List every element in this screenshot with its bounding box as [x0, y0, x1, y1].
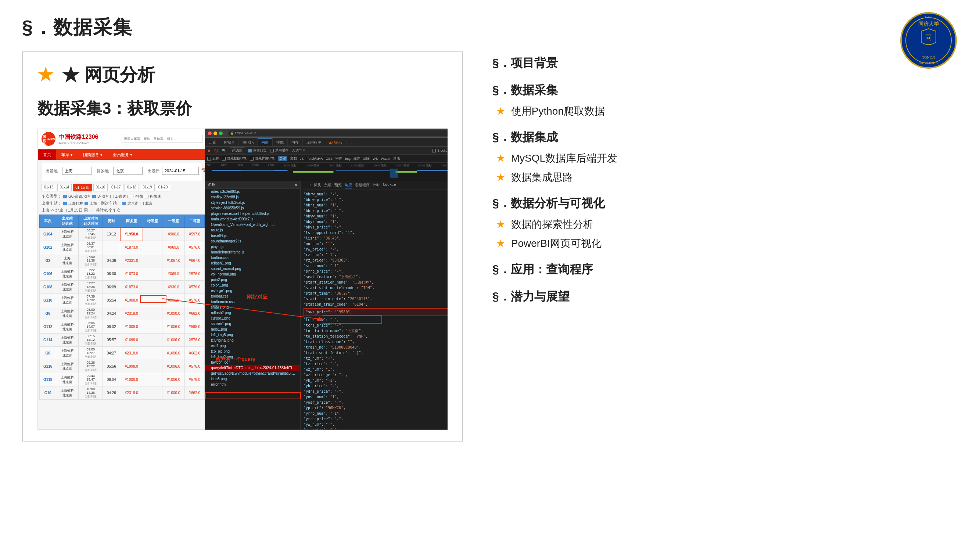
tab-elements[interactable]: 元素 — [205, 139, 220, 146]
railway-search-input[interactable] — [122, 135, 202, 143]
file-item[interactable]: tcp_pic.png — [205, 349, 300, 354]
fourth-file-item[interactable]: error.html — [205, 382, 300, 387]
type-t[interactable]: T-特快 — [127, 194, 143, 199]
file-item[interactable]: small1.png — [205, 305, 300, 310]
filter-css[interactable]: CSS — [326, 157, 333, 160]
file-item[interactable]: left_img5.png — [205, 332, 300, 338]
type-k[interactable]: K-快速 — [145, 194, 161, 199]
file-item[interactable]: help1.png — [205, 327, 300, 332]
file-item[interactable]: sound_ncrmal.png — [205, 266, 300, 272]
highlighted-file-item[interactable]: query/leftTicketDTO:train_data=2024-01-1… — [205, 365, 300, 371]
date-tab-0115[interactable]: 01-15 周 — [73, 184, 92, 191]
table-row[interactable]: G106 — [40, 267, 56, 281]
date-tab-0117[interactable]: 01-17 — [109, 184, 124, 191]
table-row[interactable]: G108 — [40, 281, 56, 294]
filter-hide-ext-url[interactable]: 隐藏扩展URL — [250, 156, 275, 161]
nav-tickets[interactable]: 车票 ▾ — [56, 149, 78, 160]
filter-hide-data-url[interactable]: 隐藏数据URL — [222, 156, 247, 161]
third-file-item[interactable]: icon8.png — [205, 376, 300, 382]
json-tab-preview[interactable]: 预览 — [334, 183, 342, 189]
file-item[interactable]: cursor1.png — [205, 316, 300, 321]
file-item[interactable]: tcOriginal.png — [205, 338, 300, 343]
json-tab-response[interactable]: 响应 — [345, 183, 352, 189]
filter-js[interactable]: JS — [300, 157, 304, 160]
to-bj[interactable]: 北京 — [140, 200, 153, 206]
table-row[interactable]: G118 — [40, 373, 56, 386]
date-tab-0113[interactable]: 01-13 — [41, 184, 56, 191]
filter-fetch[interactable]: Fetch/XHR — [307, 157, 323, 160]
file-item[interactable]: screen1.png — [205, 321, 300, 327]
table-row[interactable]: G112 — [40, 320, 56, 333]
type-gc[interactable]: GC-高铁/动车 — [63, 194, 91, 199]
filter-media[interactable]: 媒体 — [353, 156, 360, 161]
from-shh[interactable]: 上海虹桥 — [63, 200, 83, 206]
filter-other[interactable]: 其他 — [393, 156, 400, 161]
file-item[interactable]: service-88055b59.js — [205, 205, 300, 211]
json-tab-initiator[interactable]: 发起程序 — [355, 183, 370, 189]
url-bar[interactable]: 🔒 12306.cn/index/ — [228, 130, 447, 136]
tab-network[interactable]: 网络 — [258, 138, 273, 146]
type-z[interactable]: Z-直达 — [110, 194, 126, 199]
file-item[interactable]: pinyin.js — [205, 244, 300, 249]
file-item[interactable]: base64.js — [205, 233, 300, 238]
filter-img[interactable]: Img — [345, 157, 350, 160]
file-item[interactable]: plugin-vue.export-helper-c03d6ed.js — [205, 211, 300, 216]
file-item[interactable]: vol_normal.png — [205, 272, 300, 277]
tab-performance[interactable]: 性能 — [273, 139, 288, 146]
type-d[interactable]: D-动车 — [92, 194, 109, 199]
toolbar-filter[interactable]: 过滤器 — [230, 147, 244, 154]
filter-doc[interactable]: 文档 — [290, 156, 297, 161]
filter-all[interactable]: 全部 — [278, 156, 287, 161]
file-item[interactable]: exit1.png — [205, 343, 300, 349]
to-bjn[interactable]: 北京南 — [123, 200, 138, 206]
json-tab-headers[interactable]: 标头 — [314, 183, 321, 189]
date-input[interactable] — [162, 167, 199, 175]
toolbar-clear[interactable]: 🚫 — [214, 149, 218, 152]
file-item[interactable]: route.js — [205, 227, 300, 233]
file-item[interactable]: OpenSans_VariableFont_wdth_wght.ttf — [205, 222, 300, 227]
file-item[interactable]: rules-c3c0e890.js — [205, 189, 300, 194]
tab-more[interactable]: ··· — [347, 140, 357, 146]
date-tab-0116[interactable]: 01-16 — [93, 184, 108, 191]
table-row[interactable]: G104 — [40, 228, 56, 241]
second-file-item[interactable]: get?ssCadcNcw?module=other&brand=sjrand&… — [205, 371, 300, 376]
file-item[interactable]: poin2.png — [205, 277, 300, 283]
json-tab-cookies[interactable]: Cookie — [383, 183, 396, 189]
date-tab-0120[interactable]: 01-20 — [156, 184, 170, 191]
toolbar-disable-cache[interactable]: 禁用缓存 — [270, 148, 288, 153]
nav-home[interactable]: 首页 — [38, 149, 56, 160]
json-tab-forward[interactable]: → — [309, 183, 311, 189]
file-item[interactable]: rcflash2.png — [205, 310, 300, 316]
tab-console[interactable]: 控制台 — [220, 139, 239, 146]
chrome-max[interactable] — [219, 132, 223, 135]
file-item[interactable]: styleinject-fcfb36al.js — [205, 200, 300, 205]
file-item[interactable]: eslarge1.png — [205, 288, 300, 294]
nav-group[interactable]: 团购服务 ▾ — [78, 149, 108, 160]
json-tab-payload[interactable]: 负载 — [324, 183, 331, 189]
tab-adblock[interactable]: AdBlock — [325, 140, 347, 146]
date-tab-0119[interactable]: 01-19 — [140, 184, 155, 191]
filter-font[interactable]: 字体 — [336, 156, 342, 161]
json-tab-back[interactable]: ← — [304, 183, 306, 189]
date-tab-0118[interactable]: 01-18 — [124, 184, 139, 191]
filter-invert[interactable]: 反转 — [207, 156, 219, 161]
table-row[interactable]: G110 — [40, 294, 56, 307]
tab-application[interactable]: 应用程序 — [303, 139, 325, 146]
table-row[interactable]: G2 — [40, 254, 56, 267]
toolbar-search[interactable]: 🔍 — [222, 149, 226, 152]
file-item[interactable]: handleInnerIframe.js — [205, 249, 300, 255]
file-item[interactable]: config-122cd8f.js — [205, 194, 300, 200]
to-input[interactable] — [113, 167, 143, 175]
file-item[interactable]: color1.png — [205, 283, 300, 288]
table-row[interactable]: G102 — [40, 241, 56, 254]
file-item[interactable]: main.world.ts-4cd993c7.js — [205, 216, 300, 222]
table-row[interactable]: G8 — [40, 347, 56, 360]
file-item[interactable]: soundmanager2.js — [205, 238, 300, 244]
date-tab-0114[interactable]: 01-14 — [57, 184, 72, 191]
filter-ws[interactable]: WS — [372, 157, 378, 160]
json-tab-timing[interactable]: 计时 — [372, 183, 380, 189]
filter-wasm[interactable]: Wasm — [381, 157, 390, 160]
tab-memory[interactable]: 内存 — [288, 139, 303, 146]
toolbar-preserve-log[interactable]: 保留日志 — [248, 148, 266, 153]
chrome-close[interactable] — [208, 132, 212, 135]
